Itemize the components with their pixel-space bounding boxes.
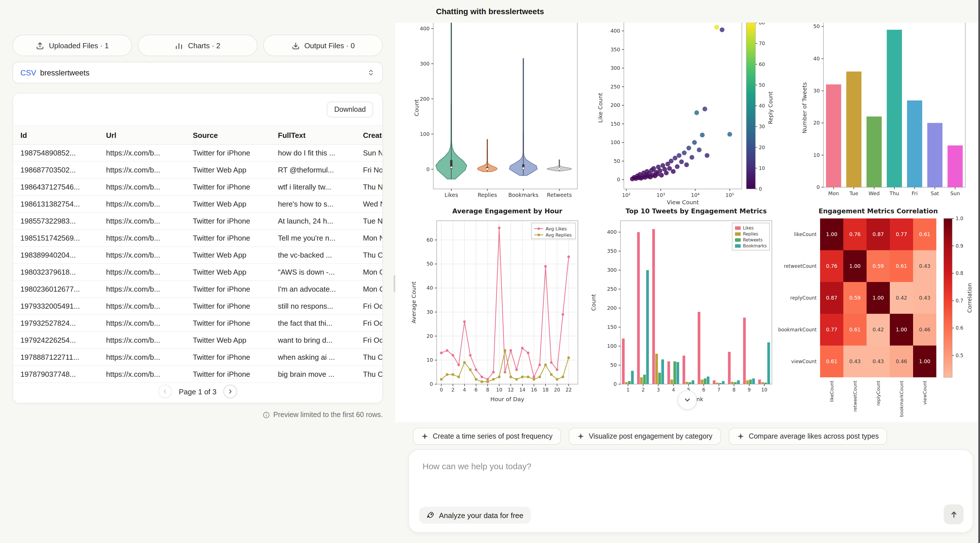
table-cell: Thu O...: [356, 349, 382, 366]
table-cell: 197924226254...: [13, 332, 99, 349]
table-cell: 1980236012677...: [13, 280, 99, 298]
table-cell: the vc-backed ...: [270, 247, 356, 264]
table-row: 198032379618...https://x.com/b...Twitter…: [13, 264, 382, 280]
table-cell: At launch, 24 h...: [270, 212, 356, 229]
svg-text:100: 100: [611, 139, 620, 145]
svg-text:6: 6: [474, 387, 477, 393]
arrow-up-icon: [949, 510, 958, 519]
svg-text:20: 20: [813, 120, 820, 126]
table-cell: RT @theformul...: [270, 161, 356, 178]
svg-text:0.61: 0.61: [849, 326, 861, 333]
table-cell: https://x.com/b...: [99, 264, 185, 280]
tab-output-files[interactable]: Output Files · 0: [263, 35, 383, 56]
svg-text:22: 22: [566, 387, 572, 393]
suggestion-chip-time-series[interactable]: Create a time series of post frequency: [413, 428, 561, 445]
table-cell: 197932527824...: [13, 315, 99, 332]
prev-page-button[interactable]: [159, 385, 172, 398]
chat-input[interactable]: How can we help you today?: [423, 461, 531, 471]
file-select-dropdown[interactable]: CSV bresslertweets: [13, 62, 383, 83]
download-tray-icon: [291, 41, 300, 49]
suggestion-chip-engagement-category[interactable]: Visualize post engagement by category: [569, 428, 721, 445]
svg-text:View Count: View Count: [667, 199, 699, 206]
svg-text:10³: 10³: [657, 192, 665, 198]
column-header-source: Source: [185, 126, 270, 144]
svg-text:8: 8: [732, 387, 735, 393]
svg-text:50: 50: [614, 158, 620, 164]
table-cell: 1978887122711...: [13, 349, 99, 366]
table-cell: https://x.com/b...: [99, 196, 185, 212]
svg-text:200: 200: [420, 96, 430, 102]
tab-charts[interactable]: Charts · 2: [138, 35, 258, 56]
table-cell: Fri Oc...: [356, 315, 382, 332]
svg-text:0.61: 0.61: [919, 231, 931, 237]
chart-views-vs-likes-scatter: 05010015020025030035040010²10³10⁴10⁵View…: [595, 23, 778, 216]
table-cell: https://x.com/b...: [99, 366, 185, 383]
left-panel: Uploaded Files · 1 Charts · 2 Output Fil…: [0, 23, 395, 543]
send-button[interactable]: [944, 505, 964, 524]
svg-text:Avg Likes: Avg Likes: [546, 226, 567, 231]
svg-text:0.42: 0.42: [873, 326, 884, 333]
upload-icon: [36, 41, 45, 49]
tab-uploaded-files[interactable]: Uploaded Files · 1: [13, 35, 132, 56]
table-cell: Mon O...: [356, 280, 382, 298]
table-cell: https://x.com/b...: [99, 161, 185, 178]
svg-text:18: 18: [542, 387, 549, 393]
file-tabs-row: Uploaded Files · 1 Charts · 2 Output Fil…: [13, 35, 383, 56]
analyze-button[interactable]: Analyze your data for free: [419, 507, 531, 524]
svg-text:0.46: 0.46: [919, 326, 931, 333]
chart-avg-engagement-by-hour-line: 01020304050600246810121416182022Average …: [409, 206, 581, 417]
svg-text:viewCount: viewCount: [922, 381, 928, 404]
svg-text:14: 14: [519, 387, 525, 393]
svg-text:1: 1: [627, 387, 630, 393]
scroll-to-bottom-button[interactable]: [678, 390, 697, 410]
next-page-button[interactable]: [223, 385, 237, 398]
table-cell: 198389940204...: [13, 247, 99, 264]
svg-text:16: 16: [531, 387, 537, 393]
preview-footnote: Preview limited to the first 60 rows.: [13, 411, 383, 419]
table-cell: Twitter for iPhone: [185, 212, 270, 229]
svg-text:viewCount: viewCount: [791, 358, 817, 364]
svg-text:100: 100: [607, 343, 617, 349]
table-cell: Twitter Web App: [185, 264, 270, 280]
column-header-id: Id: [13, 126, 99, 144]
app-header: Chatting with bresslertweets: [0, 0, 980, 23]
table-cell: Twitter for iPhone: [185, 280, 270, 298]
svg-text:Mon: Mon: [828, 190, 839, 196]
table-cell: Fri Oc...: [356, 298, 382, 315]
svg-text:4: 4: [672, 387, 675, 393]
download-button[interactable]: Download: [327, 102, 373, 118]
data-preview-table: Id Url Source FullText Created 198754890…: [13, 126, 382, 383]
table-cell: https://x.com/b...: [99, 332, 185, 349]
table-row: 198557322983...https://x.com/b...Twitter…: [13, 212, 382, 229]
svg-text:20: 20: [426, 333, 433, 339]
table-cell: Twitter Web App: [185, 161, 270, 178]
table-cell: https://x.com/b...: [99, 315, 185, 332]
table-row: 1985151742569...https://x.com/b...Twitte…: [13, 229, 382, 247]
svg-text:Retweets: Retweets: [743, 237, 762, 242]
suggestion-chip-compare-likes[interactable]: Compare average likes across post types: [729, 428, 887, 445]
svg-text:10⁴: 10⁴: [691, 192, 700, 198]
svg-text:retweetCount: retweetCount: [784, 263, 817, 269]
svg-text:Fri: Fri: [912, 190, 918, 196]
table-cell: 1979332005491...: [13, 298, 99, 315]
svg-text:6: 6: [702, 387, 705, 393]
window-scrollbar[interactable]: [978, 0, 980, 543]
unfold-chevrons-icon: [367, 68, 375, 76]
svg-text:0.77: 0.77: [896, 231, 907, 237]
bar-chart-icon: [175, 41, 183, 49]
app-window: Chatting with bresslertweets Uploaded Fi…: [0, 0, 980, 543]
svg-text:250: 250: [607, 286, 617, 292]
svg-text:100: 100: [420, 131, 430, 137]
chevron-left-icon: [162, 388, 169, 395]
svg-text:20: 20: [554, 387, 560, 393]
table-cell: Twitter for iPhone: [185, 366, 270, 383]
svg-text:50: 50: [426, 261, 433, 267]
svg-text:0.46: 0.46: [896, 358, 907, 364]
table-cell: Sun N...: [356, 144, 382, 161]
sparkle-icon: [422, 433, 428, 440]
svg-text:bookmarkCount: bookmarkCount: [899, 381, 904, 417]
svg-text:Replies: Replies: [743, 231, 758, 237]
svg-text:Engagement Metrics Correlation: Engagement Metrics Correlation: [819, 207, 938, 215]
table-cell: 1986131382754...: [13, 196, 99, 212]
svg-text:replyCount: replyCount: [790, 295, 817, 301]
